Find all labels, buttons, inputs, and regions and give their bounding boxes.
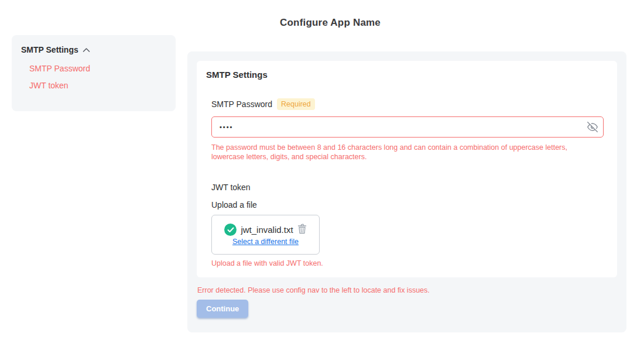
config-nav-sidebar: SMTP Settings SMTP Password JWT token (12, 35, 176, 111)
sidebar-item-smtp-password[interactable]: SMTP Password (29, 64, 90, 73)
eye-off-icon (587, 122, 598, 134)
page-title: Configure App Name (0, 17, 637, 29)
toggle-password-visibility-button[interactable] (587, 122, 598, 133)
jwt-token-error: Upload a file with valid JWT token. (211, 259, 608, 268)
file-upload-box: jwt_invalid.txt Sele (211, 215, 320, 255)
check-circle-icon (224, 224, 237, 236)
smtp-settings-panel: SMTP Settings SMTP Password Required (187, 51, 626, 332)
uploaded-file-name: jwt_invalid.txt (241, 225, 293, 235)
chevron-up-icon (83, 45, 90, 54)
jwt-token-label: JWT token (211, 183, 608, 192)
smtp-password-label: SMTP Password (211, 99, 272, 109)
smtp-settings-card: SMTP Settings SMTP Password Required (197, 61, 617, 277)
sidebar-section-label: SMTP Settings (21, 45, 78, 54)
sidebar-section-smtp-settings[interactable]: SMTP Settings (21, 45, 166, 54)
upload-file-label: Upload a file (211, 200, 608, 210)
required-badge: Required (277, 98, 315, 110)
smtp-password-input[interactable] (211, 116, 604, 138)
continue-button[interactable]: Continue (197, 300, 248, 318)
uploaded-file-row: jwt_invalid.txt (224, 224, 306, 236)
select-different-file-link[interactable]: Select a different file (232, 238, 299, 246)
sidebar-item-jwt-token[interactable]: JWT token (29, 81, 69, 90)
sidebar-links: SMTP Password JWT token (21, 64, 166, 90)
form-error-summary: Error detected. Please use config nav to… (197, 286, 617, 295)
smtp-password-error: The password must be between 8 and 16 ch… (211, 143, 599, 162)
card-heading: SMTP Settings (206, 70, 608, 80)
delete-file-button[interactable] (297, 224, 307, 236)
trash-icon (297, 224, 307, 236)
smtp-password-input-wrap (211, 116, 604, 138)
smtp-password-label-row: SMTP Password Required (211, 98, 608, 110)
